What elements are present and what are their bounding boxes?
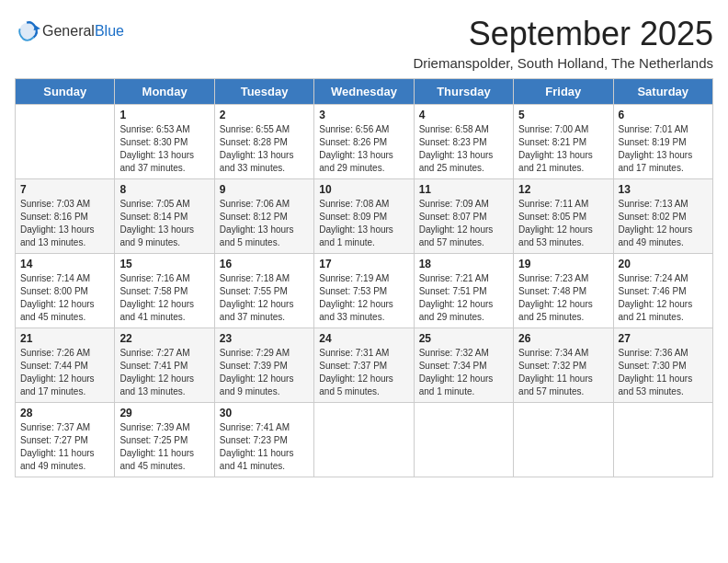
day-info: Sunrise: 7:26 AMSunset: 7:44 PMDaylight:… [20,347,109,398]
cell-w4-d4: 24Sunrise: 7:31 AMSunset: 7:37 PMDayligh… [314,328,414,403]
location: Driemanspolder, South Holland, The Nethe… [413,55,713,71]
week-row-5: 28Sunrise: 7:37 AMSunset: 7:27 PMDayligh… [16,403,713,477]
day-info: Sunrise: 7:32 AMSunset: 7:34 PMDaylight:… [419,347,508,398]
col-saturday: Saturday [613,79,712,105]
cell-w4-d3: 23Sunrise: 7:29 AMSunset: 7:39 PMDayligh… [214,328,313,403]
day-info: Sunrise: 6:56 AMSunset: 8:26 PMDaylight:… [319,123,408,175]
day-number: 7 [20,183,109,196]
page-container: GeneralBlue September 2025 Driemanspolde… [0,0,728,492]
day-info: Sunrise: 7:11 AMSunset: 8:05 PMDaylight:… [518,198,608,249]
cell-w1-d1 [16,105,115,179]
day-info: Sunrise: 7:37 AMSunset: 7:27 PMDaylight:… [20,421,109,473]
day-number: 20 [619,258,708,270]
cell-w1-d3: 2Sunrise: 6:55 AMSunset: 8:28 PMDaylight… [214,105,313,179]
day-number: 15 [119,258,209,270]
col-thursday: Thursday [414,79,513,105]
day-number: 2 [220,109,309,121]
cell-w3-d6: 19Sunrise: 7:23 AMSunset: 7:48 PMDayligh… [514,254,613,328]
day-info: Sunrise: 7:23 AMSunset: 7:48 PMDaylight:… [518,272,608,324]
cell-w2-d3: 9Sunrise: 7:06 AMSunset: 8:12 PMDaylight… [214,179,313,254]
cell-w4-d7: 27Sunrise: 7:36 AMSunset: 7:30 PMDayligh… [613,328,712,403]
cell-w2-d4: 10Sunrise: 7:08 AMSunset: 8:09 PMDayligh… [314,179,414,254]
day-number: 26 [518,332,608,345]
cell-w3-d2: 15Sunrise: 7:16 AMSunset: 7:58 PMDayligh… [115,254,214,328]
day-number: 6 [619,109,708,121]
day-number: 25 [419,332,508,345]
day-number: 4 [419,109,508,121]
day-number: 24 [319,332,408,345]
week-row-1: 1Sunrise: 6:53 AMSunset: 8:30 PMDaylight… [16,105,713,179]
day-info: Sunrise: 7:31 AMSunset: 7:37 PMDaylight:… [319,347,408,398]
col-monday: Monday [115,79,214,105]
day-number: 5 [518,109,608,121]
day-info: Sunrise: 7:00 AMSunset: 8:21 PMDaylight:… [518,123,608,175]
day-info: Sunrise: 7:09 AMSunset: 8:07 PMDaylight:… [419,198,508,249]
day-number: 9 [220,183,309,196]
cell-w3-d5: 18Sunrise: 7:21 AMSunset: 7:51 PMDayligh… [414,254,513,328]
logo-text: GeneralBlue [42,23,124,40]
calendar-table: Sunday Monday Tuesday Wednesday Thursday… [15,78,713,477]
cell-w5-d6 [514,403,613,477]
day-info: Sunrise: 6:58 AMSunset: 8:23 PMDaylight:… [419,123,508,175]
cell-w2-d1: 7Sunrise: 7:03 AMSunset: 8:16 PMDaylight… [16,179,115,254]
cell-w5-d4 [314,403,414,477]
logo-icon [15,18,40,44]
calendar-header: Sunday Monday Tuesday Wednesday Thursday… [16,79,713,105]
day-number: 21 [20,332,109,345]
col-tuesday: Tuesday [214,79,313,105]
cell-w3-d4: 17Sunrise: 7:19 AMSunset: 7:53 PMDayligh… [314,254,414,328]
day-info: Sunrise: 7:39 AMSunset: 7:25 PMDaylight:… [119,421,209,473]
cell-w3-d3: 16Sunrise: 7:18 AMSunset: 7:55 PMDayligh… [214,254,313,328]
day-number: 16 [220,258,309,270]
day-info: Sunrise: 7:18 AMSunset: 7:55 PMDaylight:… [220,272,309,324]
day-number: 17 [319,258,408,270]
logo: GeneralBlue [15,18,124,44]
cell-w1-d6: 5Sunrise: 7:00 AMSunset: 8:21 PMDaylight… [514,105,613,179]
day-info: Sunrise: 7:06 AMSunset: 8:12 PMDaylight:… [220,198,309,249]
day-number: 27 [619,332,708,345]
cell-w2-d5: 11Sunrise: 7:09 AMSunset: 8:07 PMDayligh… [414,179,513,254]
col-wednesday: Wednesday [314,79,414,105]
day-info: Sunrise: 7:08 AMSunset: 8:09 PMDaylight:… [319,198,408,249]
cell-w5-d2: 29Sunrise: 7:39 AMSunset: 7:25 PMDayligh… [115,403,214,477]
day-info: Sunrise: 7:34 AMSunset: 7:32 PMDaylight:… [518,347,608,398]
logo-general: General [42,23,95,40]
cell-w1-d7: 6Sunrise: 7:01 AMSunset: 8:19 PMDaylight… [613,105,712,179]
day-number: 23 [220,332,309,345]
cell-w5-d1: 28Sunrise: 7:37 AMSunset: 7:27 PMDayligh… [16,403,115,477]
day-info: Sunrise: 7:41 AMSunset: 7:23 PMDaylight:… [220,421,309,473]
day-info: Sunrise: 7:01 AMSunset: 8:19 PMDaylight:… [619,123,708,175]
day-number: 12 [518,183,608,196]
day-number: 29 [119,407,209,419]
cell-w4-d2: 22Sunrise: 7:27 AMSunset: 7:41 PMDayligh… [115,328,214,403]
cell-w3-d7: 20Sunrise: 7:24 AMSunset: 7:46 PMDayligh… [613,254,712,328]
day-number: 3 [319,109,408,121]
week-row-3: 14Sunrise: 7:14 AMSunset: 8:00 PMDayligh… [16,254,713,328]
day-info: Sunrise: 7:29 AMSunset: 7:39 PMDaylight:… [220,347,309,398]
day-number: 22 [119,332,209,345]
cell-w1-d4: 3Sunrise: 6:56 AMSunset: 8:26 PMDaylight… [314,105,414,179]
week-row-4: 21Sunrise: 7:26 AMSunset: 7:44 PMDayligh… [16,328,713,403]
day-number: 11 [419,183,508,196]
day-number: 28 [20,407,109,419]
day-info: Sunrise: 7:36 AMSunset: 7:30 PMDaylight:… [619,347,708,398]
cell-w2-d7: 13Sunrise: 7:13 AMSunset: 8:02 PMDayligh… [613,179,712,254]
day-info: Sunrise: 7:19 AMSunset: 7:53 PMDaylight:… [319,272,408,324]
day-info: Sunrise: 7:16 AMSunset: 7:58 PMDaylight:… [119,272,209,324]
day-number: 1 [119,109,209,121]
day-number: 10 [319,183,408,196]
day-number: 8 [119,183,209,196]
title-block: September 2025 Driemanspolder, South Hol… [413,15,713,71]
day-info: Sunrise: 7:05 AMSunset: 8:14 PMDaylight:… [119,198,209,249]
day-info: Sunrise: 7:14 AMSunset: 8:00 PMDaylight:… [20,272,109,324]
cell-w2-d6: 12Sunrise: 7:11 AMSunset: 8:05 PMDayligh… [514,179,613,254]
day-info: Sunrise: 7:03 AMSunset: 8:16 PMDaylight:… [20,198,109,249]
col-sunday: Sunday [16,79,115,105]
logo-blue: Blue [95,23,124,40]
cell-w4-d6: 26Sunrise: 7:34 AMSunset: 7:32 PMDayligh… [514,328,613,403]
header-row: Sunday Monday Tuesday Wednesday Thursday… [16,79,713,105]
day-number: 13 [619,183,708,196]
day-info: Sunrise: 7:24 AMSunset: 7:46 PMDaylight:… [619,272,708,324]
day-number: 14 [20,258,109,270]
day-info: Sunrise: 7:27 AMSunset: 7:41 PMDaylight:… [119,347,209,398]
